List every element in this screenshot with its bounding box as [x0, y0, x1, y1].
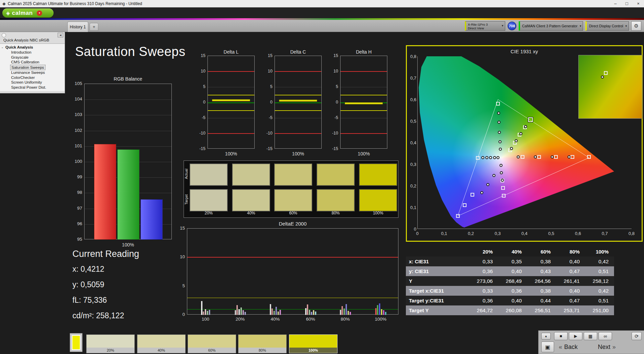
delta-value-bar	[279, 99, 317, 102]
target-square-marker	[502, 194, 506, 198]
target-square-marker	[496, 102, 500, 106]
measurement-circle-marker	[500, 164, 503, 167]
maximize-button[interactable]: □	[621, 0, 633, 7]
sidebar-item-colorchecker[interactable]: ColorChecker	[0, 75, 65, 80]
next-button[interactable]: Next »	[598, 344, 616, 351]
deltae-bar	[342, 306, 343, 315]
layout-sidebar: ◄ Quick Analysis NBC sRGB Quick Analysis…	[0, 32, 65, 93]
pattern-generator-dropdown[interactable]: CalMAN Client 3 Pattern Generator ▼	[519, 21, 583, 31]
meter-status-badge[interactable]: 708	[508, 22, 516, 30]
eject-button[interactable]: ▲	[541, 333, 551, 340]
table-cell: 0,38	[526, 259, 555, 265]
settings-button[interactable]: ⚙	[631, 21, 641, 31]
y-axis-label: 15	[262, 53, 272, 58]
table-cell: 0,40	[555, 288, 584, 294]
measurement-circle-marker	[498, 140, 502, 143]
y-axis-label: 0,8	[408, 54, 416, 59]
tab-history-1[interactable]: History 1	[67, 22, 88, 32]
table-cell: 0,47	[555, 298, 584, 304]
sidebar-item-introduction[interactable]: Introduction	[0, 50, 65, 55]
level-patch-20%[interactable]: 20%	[86, 334, 135, 353]
y-axis-label: 0,5	[408, 119, 416, 124]
sidebar-item-spectral-power-dist-[interactable]: Spectral Power Dist.	[0, 85, 65, 90]
target-square-marker	[501, 186, 505, 190]
y-axis-label: 10	[262, 69, 272, 73]
sidebar-item-screen-uniformity[interactable]: Screen Uniformity	[0, 80, 65, 85]
tolerance-line-red	[275, 71, 321, 72]
sidebar-item-grayscale[interactable]: Grayscale	[0, 55, 65, 60]
y-axis-label: 15	[195, 53, 205, 58]
target-square-marker	[521, 155, 524, 159]
save-button[interactable]: ▦	[584, 332, 597, 340]
x-axis-label: 0,8	[626, 231, 637, 236]
deltae-title: DeltaE 2000	[187, 221, 398, 227]
table-cell: 0,43	[526, 268, 555, 274]
measurement-circle-marker	[489, 156, 492, 159]
play-button[interactable]: ▶	[569, 332, 582, 340]
table-cell: 264,72	[469, 307, 497, 314]
bar-red	[94, 144, 116, 240]
level-patch-100%[interactable]: 100%	[289, 334, 337, 353]
actual-patch-60%	[274, 164, 312, 186]
tolerance-line-red	[341, 133, 387, 134]
close-button[interactable]: ×	[633, 0, 644, 7]
chevron-double-right-icon: »	[612, 344, 616, 351]
rgb-balance-xlabel: 100%	[84, 242, 172, 247]
sidebar-item-luminance-sweeps[interactable]: Luminance Sweeps	[0, 70, 65, 75]
sidebar-item-label: Screen Uniformity	[10, 80, 43, 85]
y-axis-label: -5	[328, 115, 338, 120]
meter-dropdown[interactable]: X-Rite i1Pro 3 Direct View ▼	[465, 21, 505, 31]
workflow-tree: Quick Analysis IntroductionGrayscaleCMS …	[0, 43, 65, 91]
y-axis-label: 105	[69, 81, 82, 86]
deltae-bar	[379, 303, 380, 315]
cie-zoom-inset[interactable]	[578, 55, 642, 119]
deltae-bar	[245, 312, 246, 315]
current-reading-heading: Current Reading	[72, 249, 139, 259]
reference-line-green	[187, 309, 398, 310]
tolerance-line-yellow	[275, 110, 321, 111]
level-patch-40%[interactable]: 40%	[137, 334, 186, 353]
sidebar-item-saturation-sweeps[interactable]: Saturation Sweeps	[0, 65, 65, 70]
y-axis-label: 96	[69, 221, 82, 226]
table-cell: 0,36	[497, 288, 526, 294]
table-cell: 273,06	[469, 278, 497, 284]
table-cell: 0,42	[584, 259, 613, 265]
current-color-swatch[interactable]	[70, 333, 83, 352]
x-axis-label: 0,5	[546, 231, 556, 236]
sidebar-item-label: CMS Calibration	[10, 60, 40, 65]
y-axis-label: 10	[173, 254, 185, 259]
sidebar-collapse-button[interactable]: ◄	[58, 33, 63, 37]
add-tab-button[interactable]: +	[90, 23, 98, 31]
level-patch-80%[interactable]: 80%	[238, 334, 287, 353]
table-row: x: CIE310,330,350,380,400,42	[406, 257, 614, 266]
calman-menu-button[interactable]: ◈ calman ▼	[2, 8, 54, 18]
deltae-bar	[344, 308, 345, 315]
tree-root-node[interactable]: Quick Analysis	[0, 45, 65, 50]
table-column-header: 60%	[526, 249, 555, 255]
stop-button[interactable]: ■	[554, 332, 568, 340]
target-square-marker	[537, 155, 541, 159]
sidebar-options-button[interactable]	[2, 33, 6, 37]
target-square-marker	[571, 155, 574, 159]
minimize-button[interactable]: –	[610, 0, 621, 7]
deltae-bar	[280, 310, 281, 315]
y-axis-label: 0,1	[408, 205, 416, 210]
table-row: Target Y264,72260,08256,51253,71251,00	[406, 305, 614, 315]
level-patch-60%[interactable]: 60%	[188, 334, 236, 353]
sidebar-item-cms-calibration[interactable]: CMS Calibration	[0, 60, 65, 65]
deltae-bar	[305, 308, 307, 315]
y-axis-label: -5	[262, 115, 272, 120]
patch-col-label: 40%	[232, 211, 270, 215]
refresh-button[interactable]: ⟳	[632, 332, 642, 340]
pattern-window-button[interactable]: ▣	[541, 342, 554, 352]
measurement-circle-marker	[499, 148, 502, 151]
measurement-circle-marker	[519, 132, 522, 135]
patch-comparison-panel: Actual Target 20%40%60%80%100%	[184, 160, 398, 218]
row-label: x: CIE31	[406, 259, 469, 264]
target-patch-40%	[232, 189, 270, 211]
table-column-header: 20%	[469, 249, 497, 255]
loop-button[interactable]: ∞	[599, 332, 612, 340]
back-button[interactable]: « Back	[559, 344, 578, 351]
display-control-dropdown[interactable]: Direct Display Control ▼	[585, 21, 629, 31]
back-label: Back	[564, 344, 578, 351]
